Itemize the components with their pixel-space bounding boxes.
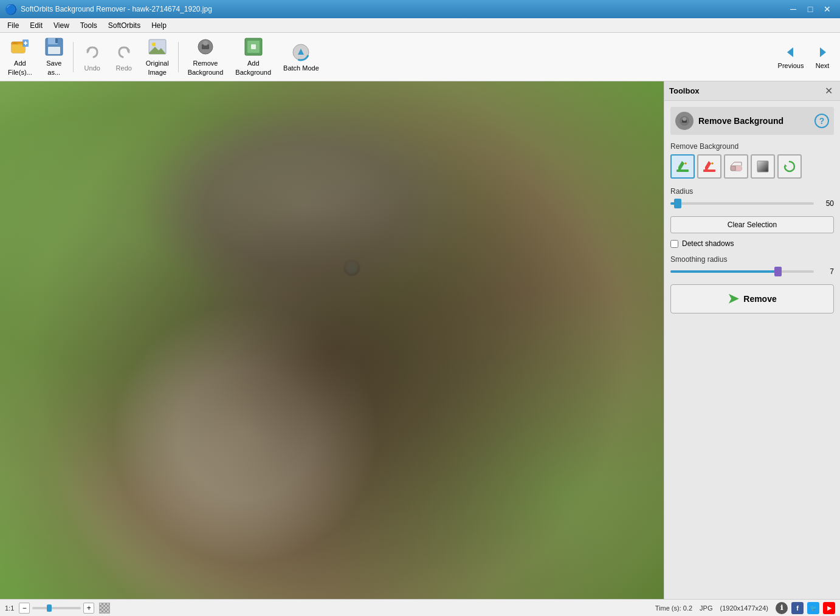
title-text: SoftOrbits Background Remover - hawk-271… [21,5,212,13]
add-files-label: AddFile(s)... [8,59,32,77]
remove-brush-button[interactable] [697,154,721,179]
previous-button[interactable]: Previous [776,36,806,78]
menu-edit[interactable]: Edit [25,20,47,31]
zoom-out-button[interactable]: − [19,603,30,614]
remove-button[interactable]: ➤ Remove [670,284,834,313]
previous-icon [783,45,798,60]
previous-label: Previous [778,62,804,69]
toolbox-panel: Toolbox ✕ Remove Background ? Remove Bac… [664,81,840,599]
svg-rect-29 [676,169,689,172]
detect-shadows-checkbox[interactable] [670,240,678,248]
undo-icon [83,43,102,62]
svg-rect-37 [757,161,768,172]
menu-tools[interactable]: Tools [75,20,102,31]
zoom-slider-thumb[interactable] [47,604,52,612]
zoom-in-button[interactable]: + [83,603,94,614]
status-bar-left: 1:1 − + [5,603,110,614]
toolbox-body: Remove Background ? Remove Background [664,101,840,320]
add-background-button[interactable]: AddBackground [230,36,277,78]
next-icon [815,45,830,60]
keep-brush-button[interactable] [670,154,695,179]
smoothing-radius-slider-thumb[interactable] [774,267,782,276]
canvas-area[interactable] [0,81,664,599]
facebook-icon[interactable]: f [791,602,804,614]
nav-area: Previous Next [776,36,838,78]
batch-mode-button[interactable]: Batch Mode [278,36,325,78]
svg-rect-30 [703,169,715,172]
remove-background-icon [196,37,215,56]
menu-file[interactable]: File [2,20,24,31]
svg-rect-9 [48,47,60,54]
add-files-icon [10,37,30,56]
undo-button[interactable]: Undo [77,36,108,78]
toolbar-separator-1 [73,42,74,72]
youtube-icon[interactable]: ▶ [823,602,835,614]
svg-point-17 [203,41,208,46]
save-as-icon [44,37,64,56]
dimensions-label: (1920x1477x24) [720,604,768,612]
save-as-button[interactable]: Saveas... [39,36,69,78]
time-label: Time (s): 0.2 [655,604,692,612]
svg-marker-38 [785,164,787,166]
remove-background-label: RemoveBackground [188,59,224,77]
smoothing-radius-slider-track[interactable] [670,270,814,273]
twitter-icon[interactable]: 🐦 [807,602,819,614]
close-button[interactable]: ✕ [819,3,835,15]
gradient-tool-button[interactable] [751,154,775,179]
minimize-button[interactable]: ─ [785,3,801,15]
toolbox-header: Toolbox ✕ [664,81,840,101]
svg-point-28 [683,117,686,121]
maximize-button[interactable]: □ [802,3,818,15]
auto-tool-button[interactable] [777,154,802,179]
remove-background-tool-icon [675,112,694,130]
add-files-button[interactable]: AddFile(s)... [2,36,38,78]
radius-value: 50 [819,199,834,208]
original-image-label: OriginalImage [146,59,169,77]
svg-marker-25 [820,47,826,57]
next-label: Next [816,62,830,69]
remove-background-section-label: Remove Background [670,142,834,151]
hawk-overlay [0,81,664,599]
toolbar-separator-2 [178,42,179,72]
svg-rect-32 [735,166,742,171]
status-bar-right: Time (s): 0.2 JPG (1920x1477x24) ℹ f 🐦 ▶ [655,602,835,614]
eraser-button[interactable] [724,154,748,179]
info-icon[interactable]: ℹ [776,602,788,614]
remove-button-label: Remove [743,294,776,304]
original-image-icon [148,37,167,56]
svg-rect-20 [251,44,256,49]
next-button[interactable]: Next [807,36,838,78]
radius-slider-track[interactable] [670,202,814,205]
smoothing-radius-slider-fill [670,270,778,273]
menu-softorbits[interactable]: SoftOrbits [103,20,145,31]
title-bar-controls: ─ □ ✕ [785,3,835,15]
radius-slider-thumb[interactable] [674,199,681,208]
menu-help[interactable]: Help [146,20,171,31]
transparency-preview-icon [99,603,110,614]
remove-background-header: Remove Background ? [670,107,834,135]
remove-background-button[interactable]: RemoveBackground [182,36,229,78]
radius-slider-row: 50 [670,199,834,208]
remove-background-title: Remove Background [698,116,810,126]
original-image-button[interactable]: OriginalImage [140,36,174,78]
title-bar: 🔵 SoftOrbits Background Remover - hawk-2… [0,0,840,18]
redo-button[interactable]: Redo [109,36,139,78]
remove-arrow-icon: ➤ [728,291,738,307]
zoom-label: 1:1 [5,604,14,612]
tool-icons-row [670,154,834,179]
app-icon: 🔵 [5,4,17,15]
batch-mode-label: Batch Mode [283,64,319,72]
detect-shadows-label[interactable]: Detect shadows [682,239,734,248]
smoothing-radius-label: Smoothing radius [670,255,834,264]
undo-label: Undo [84,64,100,72]
toolbox-close-button[interactable]: ✕ [822,85,835,97]
add-background-icon [244,37,263,56]
zoom-slider-track[interactable] [32,607,81,609]
svg-line-34 [731,162,734,166]
smoothing-radius-value: 7 [819,267,834,276]
help-button[interactable]: ? [814,114,829,128]
menu-view[interactable]: View [49,20,74,31]
svg-marker-24 [787,47,793,57]
clear-selection-button[interactable]: Clear Selection [670,216,834,233]
title-bar-left: 🔵 SoftOrbits Background Remover - hawk-2… [5,4,212,15]
